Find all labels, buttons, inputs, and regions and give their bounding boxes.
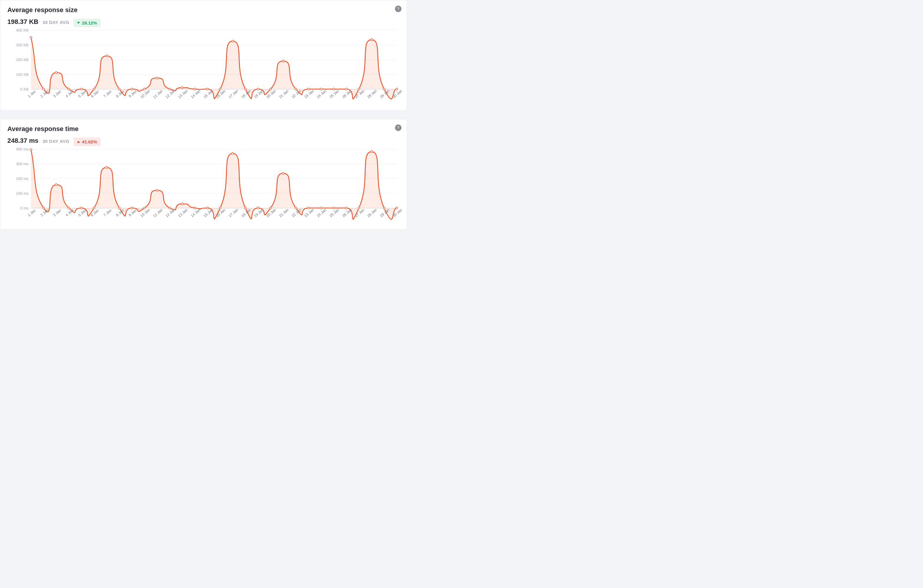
data-point[interactable] bbox=[156, 189, 158, 192]
x-tick: 9 Jan bbox=[128, 208, 138, 217]
data-point[interactable] bbox=[106, 166, 108, 168]
x-tick: 26 Jan bbox=[341, 89, 353, 99]
y-tick: 300 ms bbox=[16, 162, 29, 166]
summary-period: 30 DAY AVG bbox=[43, 139, 69, 144]
x-tick: 18 Jan bbox=[240, 208, 251, 218]
data-point[interactable] bbox=[55, 184, 57, 186]
x-tick: 25 Jan bbox=[329, 208, 340, 218]
x-tick: 25 Jan bbox=[329, 89, 340, 99]
y-tick: 400 KB bbox=[16, 28, 29, 33]
data-point[interactable] bbox=[181, 87, 184, 89]
x-tick: 3 Jan bbox=[52, 89, 62, 98]
response-time-card: Average response time?248.37 ms30 DAY AV… bbox=[0, 119, 407, 230]
data-point[interactable] bbox=[106, 55, 108, 57]
x-tick: 21 Jan bbox=[278, 89, 289, 99]
data-point[interactable] bbox=[232, 153, 234, 154]
y-tick: 200 ms bbox=[16, 176, 29, 181]
summary-row: 198.37 KB30 DAY AVG28.12% bbox=[7, 18, 400, 27]
data-point[interactable] bbox=[282, 172, 284, 174]
x-tick: 15 Jan bbox=[203, 208, 214, 218]
x-tick: 2 Jan bbox=[39, 208, 49, 217]
summary-row: 248.37 ms30 DAY AVG41.62% bbox=[7, 137, 400, 146]
x-tick: 22 Jan bbox=[291, 89, 302, 99]
x-tick: 11 Jan bbox=[152, 208, 163, 218]
y-tick: 100 KB bbox=[16, 72, 29, 77]
data-point[interactable] bbox=[156, 77, 158, 79]
card-title: Average response time bbox=[7, 125, 400, 133]
x-tick: 21 Jan bbox=[278, 208, 289, 218]
x-tick: 29 Jan bbox=[379, 89, 391, 99]
delta-text: 28.12% bbox=[82, 20, 97, 25]
summary-value: 198.37 KB bbox=[7, 18, 38, 26]
summary-period: 30 DAY AVG bbox=[43, 20, 69, 25]
card-title: Average response size bbox=[7, 6, 400, 14]
x-tick: 17 Jan bbox=[228, 89, 239, 99]
x-tick: 11 Jan bbox=[152, 89, 163, 99]
y-tick: 300 KB bbox=[16, 43, 29, 47]
x-tick: 14 Jan bbox=[190, 89, 201, 99]
x-tick: 2 Jan bbox=[39, 89, 49, 98]
chart: 0 ms100 ms200 ms300 ms400 ms1 Jan2 Jan3 … bbox=[7, 149, 400, 223]
x-tick: 14 Jan bbox=[190, 208, 201, 218]
x-tick: 8 Jan bbox=[115, 208, 125, 217]
chart: 0 KB100 KB200 KB300 KB400 KB1 Jan2 Jan3 … bbox=[7, 30, 400, 104]
y-tick: 0 ms bbox=[20, 206, 29, 210]
summary-value: 248.37 ms bbox=[7, 137, 38, 145]
x-tick: 29 Jan bbox=[379, 208, 391, 218]
x-tick: 26 Jan bbox=[341, 208, 353, 218]
x-tick: 22 Jan bbox=[291, 208, 302, 218]
x-tick: 12 Jan bbox=[165, 208, 176, 218]
y-tick: 400 ms bbox=[16, 147, 29, 151]
x-tick: 5 Jan bbox=[77, 89, 87, 98]
x-tick: 7 Jan bbox=[103, 208, 112, 217]
data-point[interactable] bbox=[371, 39, 373, 41]
x-tick: 6 Jan bbox=[90, 89, 99, 98]
x-tick: 13 Jan bbox=[177, 208, 189, 218]
data-point[interactable] bbox=[30, 36, 32, 39]
help-icon[interactable]: ? bbox=[395, 6, 401, 12]
x-tick: 28 Jan bbox=[367, 208, 378, 218]
x-tick: 9 Jan bbox=[128, 89, 138, 98]
x-tick: 12 Jan bbox=[165, 89, 176, 99]
y-tick: 200 KB bbox=[16, 57, 29, 62]
data-point[interactable] bbox=[232, 40, 234, 42]
x-tick: 24 Jan bbox=[316, 208, 327, 218]
x-tick: 3 Jan bbox=[52, 208, 62, 217]
x-tick: 23 Jan bbox=[304, 89, 315, 99]
triangle-down-icon bbox=[77, 22, 80, 24]
x-tick: 4 Jan bbox=[65, 89, 74, 98]
help-icon[interactable]: ? bbox=[395, 125, 401, 131]
delta-text: 41.62% bbox=[82, 139, 97, 144]
x-tick: 15 Jan bbox=[203, 89, 214, 99]
x-tick: 17 Jan bbox=[228, 208, 239, 218]
x-tick: 6 Jan bbox=[90, 208, 99, 217]
x-tick: 8 Jan bbox=[115, 89, 125, 98]
x-tick: 13 Jan bbox=[177, 89, 189, 99]
x-tick: 24 Jan bbox=[316, 89, 327, 99]
data-point[interactable] bbox=[30, 149, 32, 151]
y-tick: 100 ms bbox=[16, 191, 29, 195]
triangle-up-icon bbox=[77, 141, 80, 143]
delta-badge: 41.62% bbox=[74, 138, 100, 146]
data-point[interactable] bbox=[55, 72, 57, 74]
response-size-card: Average response size?198.37 KB30 DAY AV… bbox=[0, 0, 407, 111]
x-tick: 7 Jan bbox=[103, 89, 112, 98]
y-tick: 0 KB bbox=[20, 87, 29, 92]
data-point[interactable] bbox=[282, 60, 284, 62]
x-tick: 18 Jan bbox=[240, 89, 251, 99]
data-point[interactable] bbox=[371, 151, 373, 153]
x-tick: 23 Jan bbox=[304, 208, 315, 218]
x-tick: 28 Jan bbox=[367, 89, 378, 99]
x-tick: 5 Jan bbox=[77, 208, 87, 217]
x-tick: 4 Jan bbox=[65, 208, 74, 217]
delta-badge: 28.12% bbox=[74, 18, 100, 27]
data-point[interactable] bbox=[181, 203, 184, 205]
